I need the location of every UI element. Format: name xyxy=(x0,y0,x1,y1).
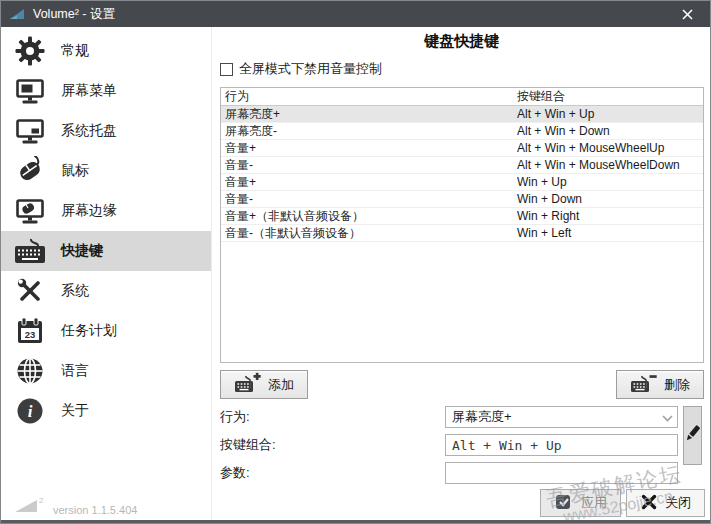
delete-hotkey-button[interactable]: 删除 xyxy=(616,370,704,399)
fullscreen-disable-label: 全屏模式下禁用音量控制 xyxy=(239,60,382,78)
param-label: 参数: xyxy=(220,464,445,482)
sidebar-item-label: 系统 xyxy=(61,282,89,300)
hotkey-action: 音量-（非默认音频设备） xyxy=(225,225,517,241)
sidebar-item-label: 屏幕菜单 xyxy=(61,82,117,100)
hotkey-list-body: 屏幕亮度+Alt + Win + Up屏幕亮度-Alt + Win + Down… xyxy=(221,106,703,242)
sidebar-item-label: 常规 xyxy=(61,42,89,60)
sidebar: 常规屏幕菜单系统托盘鼠标屏幕边缘快捷键系统23任务计划语言i关于 xyxy=(1,27,211,523)
sidebar-item-about[interactable]: i关于 xyxy=(1,391,211,431)
hotkey-action: 音量- xyxy=(225,191,517,207)
sidebar-item-language[interactable]: 语言 xyxy=(1,351,211,391)
hotkey-action: 音量- xyxy=(225,157,517,173)
system-tray-icon xyxy=(14,115,46,147)
sidebar-item-tray[interactable]: 系统托盘 xyxy=(1,111,211,151)
main-panel: 键盘快捷键 全屏模式下禁用音量控制 行为 按键组合 屏幕亮度+Alt + Win… xyxy=(211,27,710,523)
window-title: Volume² - 设置 xyxy=(33,6,115,23)
keys-label: 按键组合: xyxy=(220,436,445,454)
hotkey-row[interactable]: 音量-（非默认音频设备）Win + Left xyxy=(221,225,703,242)
osd-monitor-icon xyxy=(14,75,46,107)
window-bottom-border xyxy=(1,520,710,523)
screen-edge-icon xyxy=(14,195,46,227)
hotkey-keys: Alt + Win + MouseWheelUp xyxy=(517,140,703,156)
keyboard-plus-icon xyxy=(234,372,261,397)
page-title: 键盘快捷键 xyxy=(220,32,704,51)
hotkey-row[interactable]: 音量+Win + Up xyxy=(221,174,703,191)
sidebar-item-hotkeys[interactable]: 快捷键 xyxy=(1,231,211,271)
hotkey-keys: Win + Down xyxy=(517,191,703,207)
hotkey-keys: Win + Right xyxy=(517,208,703,224)
version-text: version 1.1.5.404 xyxy=(53,504,137,516)
sidebar-item-edge[interactable]: 屏幕边缘 xyxy=(1,191,211,231)
column-action: 行为 xyxy=(225,88,517,105)
sidebar-item-general[interactable]: 常规 xyxy=(1,31,211,71)
sidebar-item-osd[interactable]: 屏幕菜单 xyxy=(1,71,211,111)
sidebar-item-system[interactable]: 系统 xyxy=(1,271,211,311)
action-select-value: 屏幕亮度+ xyxy=(452,408,512,426)
svg-text:2: 2 xyxy=(39,496,44,505)
hotkey-row[interactable]: 屏幕亮度-Alt + Win + Down xyxy=(221,123,703,140)
sidebar-item-label: 鼠标 xyxy=(61,162,89,180)
version-area: 2 version 1.1.5.404 xyxy=(14,496,137,516)
column-keys: 按键组合 xyxy=(517,88,703,105)
close-x-icon xyxy=(640,493,658,514)
action-label: 行为: xyxy=(220,408,445,426)
sidebar-item-label: 关于 xyxy=(61,402,89,420)
close-button[interactable]: 关闭 xyxy=(626,489,705,517)
edit-hotkey-button[interactable] xyxy=(683,406,702,465)
fullscreen-disable-checkbox[interactable] xyxy=(220,63,233,76)
chevron-down-icon xyxy=(662,410,673,425)
hotkey-row[interactable]: 音量+Alt + Win + MouseWheelUp xyxy=(221,140,703,157)
pencil-icon xyxy=(685,424,701,447)
sidebar-item-mouse[interactable]: 鼠标 xyxy=(1,151,211,191)
sidebar-item-schedule[interactable]: 23任务计划 xyxy=(1,311,211,351)
svg-text:i: i xyxy=(28,402,33,421)
version-logo-icon: 2 xyxy=(14,496,44,516)
settings-window: Volume² - 设置 常规屏幕菜单系统托盘鼠标屏幕边缘快捷键系统23任务计划… xyxy=(0,0,711,524)
hotkey-row[interactable]: 音量-Alt + Win + MouseWheelDown xyxy=(221,157,703,174)
hotkey-keys: Win + Left xyxy=(517,225,703,241)
info-icon: i xyxy=(14,395,46,427)
apply-button[interactable]: 应用 xyxy=(540,489,621,517)
fullscreen-disable-row: 全屏模式下禁用音量控制 xyxy=(220,60,704,78)
hotkey-action: 屏幕亮度- xyxy=(225,123,517,139)
hotkey-keys: Alt + Win + MouseWheelDown xyxy=(517,157,703,173)
hotkey-action: 音量+ xyxy=(225,174,517,190)
tools-icon xyxy=(14,275,46,307)
apply-check-icon xyxy=(554,492,574,515)
hotkey-action: 屏幕亮度+ xyxy=(225,106,517,122)
sidebar-item-label: 屏幕边缘 xyxy=(61,202,117,220)
hotkey-row[interactable]: 屏幕亮度+Alt + Win + Up xyxy=(221,106,703,123)
hotkey-action: 音量+（非默认音频设备） xyxy=(225,208,517,224)
param-input[interactable] xyxy=(445,462,678,484)
hotkey-list: 行为 按键组合 屏幕亮度+Alt + Win + Up屏幕亮度-Alt + Wi… xyxy=(220,87,704,363)
hotkey-list-header: 行为 按键组合 xyxy=(221,88,703,106)
sidebar-item-label: 快捷键 xyxy=(61,242,103,260)
keys-input[interactable] xyxy=(445,434,678,456)
sidebar-item-label: 语言 xyxy=(61,362,89,380)
titlebar: Volume² - 设置 xyxy=(1,1,710,27)
hotkey-keys: Alt + Win + Down xyxy=(517,123,703,139)
hotkey-form: 行为: 屏幕亮度+ 按键组合: 参数: xyxy=(220,406,704,484)
hotkey-keys: Alt + Win + Up xyxy=(517,106,703,122)
sidebar-item-label: 任务计划 xyxy=(61,322,117,340)
hotkey-row[interactable]: 音量-Win + Down xyxy=(221,191,703,208)
hotkey-row[interactable]: 音量+（非默认音频设备）Win + Right xyxy=(221,208,703,225)
window-close-icon[interactable] xyxy=(672,1,702,27)
sidebar-item-label: 系统托盘 xyxy=(61,122,117,140)
calendar-icon: 23 xyxy=(14,315,46,347)
svg-text:23: 23 xyxy=(25,329,36,340)
keyboard-minus-icon xyxy=(630,372,657,397)
globe-icon xyxy=(14,355,46,387)
keyboard-icon xyxy=(14,235,46,267)
gear-icon xyxy=(14,35,46,67)
hotkey-keys: Win + Up xyxy=(517,174,703,190)
add-hotkey-button[interactable]: 添加 xyxy=(220,370,308,399)
mouse-icon xyxy=(14,155,46,187)
hotkey-action: 音量+ xyxy=(225,140,517,156)
app-logo-icon xyxy=(9,8,25,20)
action-select[interactable]: 屏幕亮度+ xyxy=(445,406,678,428)
